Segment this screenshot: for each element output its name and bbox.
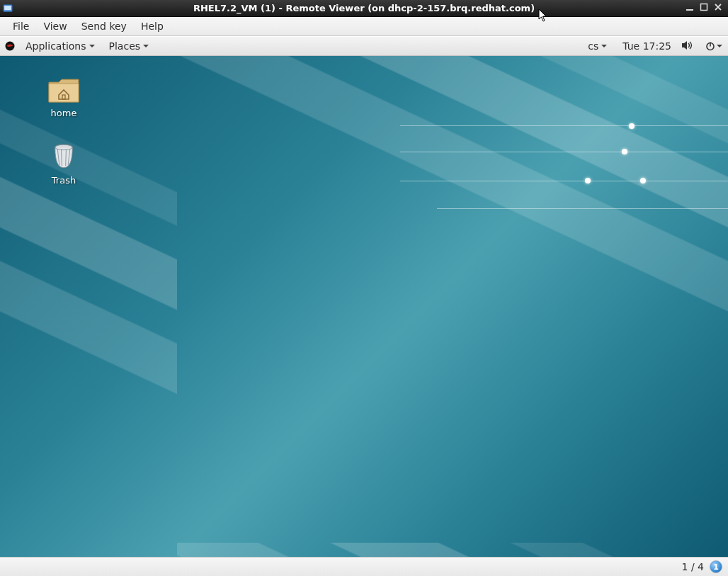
trash-icon bbox=[47, 141, 81, 172]
wallpaper-decoration bbox=[0, 56, 728, 557]
window-titlebar[interactable]: RHEL7.2_VM (1) - Remote Viewer (on dhcp-… bbox=[0, 0, 728, 17]
places-menu[interactable]: Places bbox=[103, 38, 155, 54]
wallpaper-dot bbox=[622, 149, 627, 154]
wallpaper-dot bbox=[585, 178, 591, 183]
chevron-down-icon bbox=[143, 43, 149, 49]
window-title: RHEL7.2_VM (1) - Remote Viewer (on dhcp-… bbox=[0, 3, 728, 13]
workspace-count: 1 / 4 bbox=[682, 561, 704, 572]
clock[interactable]: Tue 17:25 bbox=[622, 40, 671, 52]
volume-icon[interactable] bbox=[681, 40, 694, 52]
keyboard-layout-label: cs bbox=[588, 40, 598, 52]
power-icon bbox=[705, 41, 715, 51]
wallpaper-line bbox=[400, 152, 728, 152]
menu-file[interactable]: File bbox=[6, 18, 36, 35]
applications-label: Applications bbox=[25, 40, 86, 52]
wallpaper-dot bbox=[640, 178, 646, 183]
gnome-top-panel: Applications Places cs Tue 17:25 bbox=[0, 36, 728, 56]
svg-rect-3 bbox=[701, 4, 707, 11]
wallpaper-line bbox=[437, 208, 728, 209]
desktop-icon-home[interactable]: home bbox=[35, 74, 92, 118]
wallpaper-dot bbox=[629, 123, 635, 129]
app-icon bbox=[3, 4, 13, 13]
menu-help[interactable]: Help bbox=[134, 18, 171, 35]
wallpaper-line bbox=[400, 181, 728, 181]
desktop-icon-label: home bbox=[35, 108, 92, 118]
folder-home-icon bbox=[47, 74, 81, 105]
footer-bar: 1 / 4 1 bbox=[0, 557, 728, 576]
workspace-switcher[interactable]: 1 bbox=[710, 560, 722, 573]
remote-viewer-menubar: File View Send key Help bbox=[0, 17, 728, 36]
places-label: Places bbox=[109, 40, 141, 52]
desktop-icon-label: Trash bbox=[35, 175, 92, 186]
close-icon[interactable] bbox=[714, 3, 722, 13]
chevron-down-icon bbox=[601, 43, 607, 49]
chevron-down-icon bbox=[89, 43, 95, 49]
menu-send-key[interactable]: Send key bbox=[74, 18, 134, 35]
menu-view[interactable]: View bbox=[36, 18, 74, 35]
chevron-down-icon bbox=[717, 43, 722, 49]
window-controls bbox=[686, 3, 728, 13]
desktop[interactable]: home Trash bbox=[0, 56, 728, 557]
wallpaper-line bbox=[400, 125, 728, 126]
svg-rect-1 bbox=[4, 6, 11, 10]
maximize-icon[interactable] bbox=[700, 3, 708, 13]
minimize-icon[interactable] bbox=[686, 3, 694, 13]
svg-rect-6 bbox=[710, 43, 711, 47]
desktop-icon-trash[interactable]: Trash bbox=[35, 141, 92, 186]
keyboard-layout-indicator[interactable]: cs bbox=[582, 38, 613, 54]
applications-menu[interactable]: Applications bbox=[20, 38, 101, 54]
power-menu[interactable] bbox=[704, 39, 724, 53]
workspace-current: 1 bbox=[713, 563, 719, 572]
svg-rect-2 bbox=[686, 9, 693, 11]
redhat-logo-icon bbox=[4, 40, 16, 52]
